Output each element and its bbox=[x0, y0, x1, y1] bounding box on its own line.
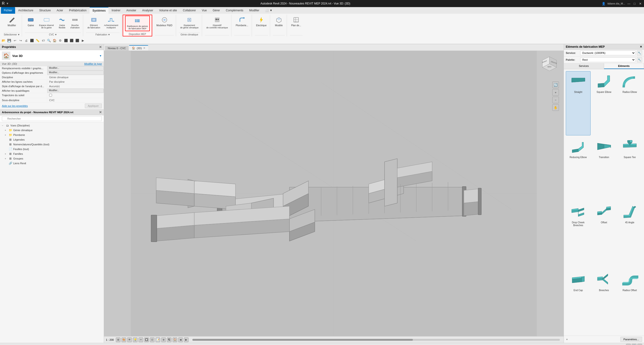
minimize-btn[interactable]: — bbox=[627, 2, 631, 6]
btn-modele[interactable]: Modèle bbox=[273, 15, 285, 28]
btn-equipement-gc[interactable]: Equipementde génie climatique bbox=[179, 15, 200, 30]
mep-close[interactable]: ✕ bbox=[640, 45, 642, 48]
nav-zoom-in[interactable]: + bbox=[552, 89, 559, 96]
mep-item-radius-offset[interactable]: Radius Offset bbox=[617, 270, 642, 334]
mep-item-reducing-elbow[interactable]: Reducing Elbow bbox=[566, 136, 590, 200]
btn-workset[interactable]: ⊕ bbox=[161, 338, 166, 342]
btn-plomberie[interactable]: Plomberie... bbox=[234, 15, 250, 28]
tab-modifier[interactable]: Modifier bbox=[246, 7, 262, 14]
btn-3d-nav[interactable]: 🔲 bbox=[144, 338, 149, 342]
btn-crop[interactable]: ⊡ bbox=[150, 338, 154, 342]
tab-fichier[interactable]: Fichier bbox=[1, 7, 15, 14]
tab-vue[interactable]: Vue bbox=[199, 7, 210, 14]
mep-item-straight[interactable]: Straight bbox=[566, 71, 590, 136]
btn-visibility[interactable]: 👁 bbox=[127, 338, 132, 342]
tab-systemes[interactable]: Systèmes bbox=[90, 7, 108, 14]
close-btn[interactable]: ✕ bbox=[638, 2, 642, 6]
qat-open[interactable]: 📂 bbox=[1, 38, 6, 43]
mep-item-offset[interactable]: Offset bbox=[592, 202, 616, 269]
properties-close[interactable]: ✕ bbox=[99, 45, 102, 49]
params-btn[interactable]: Paramètres... bbox=[620, 337, 642, 342]
tree-item-liens[interactable]: 🔗 Liens Revit bbox=[0, 161, 104, 166]
btn-arrow-right[interactable]: ▶ bbox=[184, 338, 188, 342]
btn-electrique[interactable]: Electrique bbox=[255, 15, 268, 28]
qat-home[interactable]: 🏠 bbox=[52, 38, 57, 43]
qat-3d[interactable]: ⬛ bbox=[29, 38, 34, 43]
btn-modifier[interactable]: Modifier bbox=[6, 15, 18, 28]
btn-element-fabrication[interactable]: Elémentde fabrication bbox=[86, 15, 102, 30]
btn-view-mode[interactable]: 🎨 bbox=[122, 338, 126, 342]
qat-search[interactable]: 🔍 bbox=[46, 38, 52, 43]
qat-save[interactable]: 💾 bbox=[6, 38, 12, 43]
qat-extra5[interactable]: ▶ bbox=[80, 38, 86, 43]
tab-structure[interactable]: Structure bbox=[36, 7, 54, 14]
mep-service-select[interactable]: Ductwork: (1000PA) bbox=[580, 50, 636, 55]
mep-palette-select[interactable]: Rect bbox=[580, 58, 636, 62]
btn-acheminement[interactable]: Acheminementmultipoint bbox=[102, 15, 120, 30]
mep-item-drop-cheek[interactable]: Drop Cheek Breeches bbox=[566, 202, 590, 269]
tab-complements[interactable]: Compléments bbox=[223, 7, 246, 14]
btn-design-options[interactable]: 🏗 bbox=[167, 338, 172, 342]
btn-cut[interactable]: ✂ bbox=[138, 338, 143, 342]
tree-search-input[interactable] bbox=[2, 116, 102, 121]
nav-pan[interactable]: ✋ bbox=[552, 104, 559, 111]
tree-item-plomberie[interactable]: + 📁 Plomberie bbox=[0, 132, 104, 137]
tab-collaborer[interactable]: Collaborer bbox=[180, 7, 199, 14]
tree-item-genie[interactable]: + 📁 Génie climatique bbox=[0, 128, 104, 132]
btn-espace[interactable]: Espace réservéde la gaine bbox=[38, 15, 55, 30]
tab-prefabrication[interactable]: Préfabrication bbox=[66, 7, 89, 14]
mep-item-end-cap[interactable]: End Cap bbox=[566, 270, 590, 334]
btn-flexible[interactable]: Gaineflexible bbox=[56, 15, 68, 30]
qat-extra4[interactable]: ⬛ bbox=[75, 38, 80, 43]
qat-redo[interactable]: ↪ bbox=[18, 38, 23, 43]
tree-item-familles[interactable]: + ⊞ Familles bbox=[0, 152, 104, 156]
mep-item-transition[interactable]: Transition bbox=[592, 136, 616, 200]
tab-3d[interactable]: 🏠 (3D) ✕ bbox=[129, 45, 148, 50]
btn-arrow-left[interactable]: ◀ bbox=[178, 338, 183, 342]
mep-palette-tool[interactable]: 🔧 bbox=[637, 57, 642, 62]
prop-type-dropdown[interactable]: ▼ bbox=[99, 54, 102, 57]
qat-undo[interactable]: ↩ bbox=[12, 38, 18, 43]
mep-item-breeches[interactable]: Breeches bbox=[592, 270, 616, 334]
tree-item-nomenclatures[interactable]: ⊞ Nomenclatures/Quantités (tout) bbox=[0, 142, 104, 147]
qat-extra2[interactable]: ⬛ bbox=[63, 38, 68, 43]
viewport-area[interactable]: BAS AVANT DROITE 🔄 + − ✋ bbox=[104, 51, 564, 336]
qat-tag[interactable]: 🏷 bbox=[41, 38, 46, 43]
tab-volume[interactable]: Volume et site bbox=[156, 7, 180, 14]
btn-extra[interactable]: 🏠 bbox=[172, 338, 177, 342]
mep-tab-elements[interactable]: Eléments bbox=[604, 63, 644, 69]
status-btn-1[interactable]: ⊞ bbox=[626, 344, 631, 345]
tree-item-vues[interactable]: − 🗂 Vues (Discipline) bbox=[0, 123, 104, 128]
tab-extra[interactable]: ⬜ ▼ bbox=[262, 7, 275, 14]
btn-plan[interactable]: Plan de... bbox=[290, 15, 302, 28]
btn-modeleur-pid[interactable]: Modeleur P&ID bbox=[155, 15, 174, 28]
tree-close[interactable]: ✕ bbox=[99, 110, 102, 114]
qat-print[interactable]: 🖨 bbox=[24, 38, 29, 43]
tab-3d-close[interactable]: ✕ bbox=[143, 46, 145, 50]
status-btn-3[interactable]: 🔔 bbox=[638, 344, 642, 345]
tab-acier[interactable]: Acier bbox=[54, 7, 66, 14]
apply-btn[interactable]: Appliquer bbox=[85, 104, 102, 108]
mep-item-square-elbow[interactable]: Square Elbow bbox=[592, 71, 616, 136]
tab-analyser[interactable]: Analyser bbox=[140, 7, 156, 14]
btn-gaine[interactable]: Gaine bbox=[25, 15, 37, 28]
prop-value-5[interactable]: Modifier... bbox=[47, 88, 104, 93]
tab-architecture[interactable]: Architecture bbox=[15, 7, 36, 14]
qat-extra1[interactable]: ⚙ bbox=[58, 38, 63, 43]
nav-zoom-out[interactable]: − bbox=[552, 97, 559, 103]
btn-sync[interactable]: ⊞ bbox=[116, 338, 120, 342]
btn-annotation[interactable]: 📝 bbox=[156, 338, 160, 342]
btn-render[interactable]: 💡 bbox=[133, 338, 138, 342]
mep-item-square-tee[interactable]: Square Tee bbox=[617, 136, 642, 200]
nav-orbit[interactable]: 🔄 bbox=[552, 82, 559, 88]
tab-annoter[interactable]: Annoter bbox=[124, 7, 139, 14]
maximize-btn[interactable]: □ bbox=[633, 2, 636, 6]
tab-gerer[interactable]: Gérer bbox=[210, 7, 223, 14]
tree-item-groupes[interactable]: + ⊞ Groupes bbox=[0, 156, 104, 161]
tab-niveau0[interactable]: Niveau 0 - CVC bbox=[105, 46, 128, 50]
prop-value-1[interactable]: Modifier... bbox=[47, 71, 104, 75]
btn-bouche[interactable]: Bouched'aération bbox=[69, 15, 81, 30]
qat-measure[interactable]: 📏 bbox=[35, 38, 40, 43]
mep-item-radius-elbow[interactable]: Radius Elbow bbox=[617, 71, 642, 136]
tree-item-feuilles[interactable]: 📄 Feuilles (tout) bbox=[0, 147, 104, 152]
